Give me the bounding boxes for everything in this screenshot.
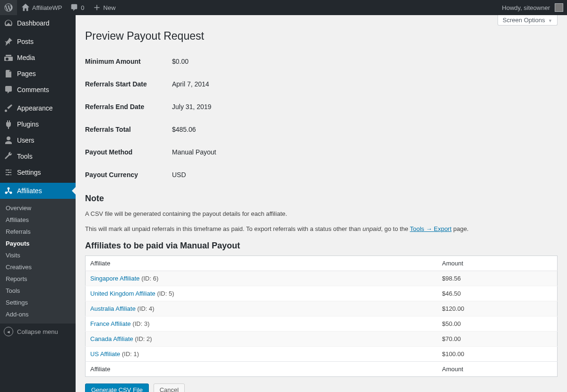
menu-users[interactable]: Users (0, 132, 76, 148)
submenu-addons[interactable]: Add-ons (0, 308, 76, 320)
note-line-1: A CSV file will be generated containing … (85, 209, 558, 219)
affiliate-id: (ID: 4) (136, 305, 155, 312)
amount-cell: $46.50 (438, 286, 558, 301)
collapse-icon: ◂ (4, 327, 13, 336)
affiliates-table: Affiliate Amount Singapore Affiliate (ID… (85, 256, 558, 377)
detail-total: Referrals Total $485.06 (85, 126, 558, 133)
submenu-reports[interactable]: Reports (0, 273, 76, 285)
col-affiliate: Affiliate (86, 256, 438, 271)
submenu-creatives[interactable]: Creatives (0, 261, 76, 273)
comments-icon (4, 85, 13, 94)
dropdown-icon: ▼ (548, 18, 552, 23)
affiliate-id: (ID: 3) (131, 320, 150, 327)
note-line-2: This will mark all unpaid referrals in t… (85, 224, 558, 234)
menu-appearance[interactable]: Appearance (0, 100, 76, 116)
user-icon (4, 136, 13, 145)
menu-comments[interactable]: Comments (0, 82, 76, 98)
affiliate-id: (ID: 5) (155, 290, 174, 297)
affiliate-link[interactable]: Australia Affiliate (90, 305, 136, 312)
submenu-tools[interactable]: Tools (0, 285, 76, 297)
amount-cell: $120.00 (438, 301, 558, 316)
toolbar-account[interactable]: Howdy, siteowner (498, 0, 567, 15)
affiliate-id: (ID: 6) (140, 275, 159, 282)
affiliate-link[interactable]: US Affiliate (90, 350, 120, 358)
plugin-icon (4, 119, 13, 129)
menu-dashboard[interactable]: Dashboard (0, 15, 76, 31)
table-row: Canada Affiliate (ID: 2)$70.00 (86, 332, 558, 347)
amount-cell: $70.00 (438, 332, 558, 347)
table-row: US Affiliate (ID: 1)$100.00 (86, 347, 558, 362)
affiliate-id: (ID: 2) (133, 335, 152, 342)
menu-plugins[interactable]: Plugins (0, 116, 76, 132)
foot-affiliate: Affiliate (86, 362, 438, 377)
foot-amount: Amount (438, 362, 558, 377)
submenu-affiliates[interactable]: Affiliates (0, 214, 76, 226)
admin-toolbar: AffiliateWP 0 New Howdy, siteowner (0, 0, 567, 15)
detail-currency: Payout Currency USD (85, 171, 558, 179)
affiliates-heading: Affiliates to be paid via Manual Payout (85, 241, 558, 251)
affiliate-link[interactable]: France Affiliate (90, 320, 131, 327)
table-row: Singapore Affiliate (ID: 6)$98.56 (86, 271, 558, 286)
col-amount: Amount (438, 256, 558, 271)
submenu-overview[interactable]: Overview (0, 202, 76, 214)
media-icon (4, 53, 13, 62)
menu-settings[interactable]: Settings (0, 164, 76, 180)
wordpress-logo[interactable] (0, 0, 17, 15)
note-heading: Note (85, 194, 558, 204)
toolbar-new[interactable]: New (88, 0, 120, 15)
page-title: Preview Payout Request (85, 26, 558, 50)
page-icon (4, 69, 13, 78)
detail-start-date: Referrals Start Date April 7, 2014 (85, 80, 558, 88)
toolbar-site-name-label: AffiliateWP (32, 4, 62, 11)
content-area: Screen Options ▼ Preview Payout Request … (76, 15, 567, 392)
sliders-icon (4, 168, 13, 177)
comment-icon (69, 3, 79, 12)
home-icon (21, 3, 30, 12)
amount-cell: $100.00 (438, 347, 558, 362)
menu-tools[interactable]: Tools (0, 148, 76, 164)
menu-affiliates[interactable]: Affiliates (0, 183, 76, 199)
amount-cell: $98.56 (438, 271, 558, 286)
affiliate-link[interactable]: Canada Affiliate (90, 335, 133, 342)
affiliate-link[interactable]: United Kingdom Affiliate (90, 290, 155, 297)
detail-method: Payout Method Manual Payout (85, 148, 558, 156)
submenu-referrals[interactable]: Referrals (0, 226, 76, 238)
amount-cell: $50.00 (438, 316, 558, 332)
generate-csv-button[interactable]: Generate CSV File (85, 383, 149, 392)
menu-posts[interactable]: Posts (0, 34, 76, 50)
toolbar-new-label: New (103, 4, 116, 11)
submenu-payouts[interactable]: Payouts (0, 238, 76, 249)
table-row: United Kingdom Affiliate (ID: 5)$46.50 (86, 286, 558, 301)
dashboard-icon (4, 18, 13, 28)
submenu-visits[interactable]: Visits (0, 249, 76, 261)
toolbar-greeting: Howdy, siteowner (502, 4, 550, 11)
plus-icon (92, 3, 102, 12)
screen-options-toggle[interactable]: Screen Options ▼ (498, 15, 558, 26)
menu-media[interactable]: Media (0, 50, 76, 66)
detail-min-amount: Minimum Amount $0.00 (85, 58, 558, 65)
affiliate-link[interactable]: Singapore Affiliate (90, 275, 140, 282)
svg-point-0 (8, 187, 10, 190)
affiliates-icon (4, 186, 13, 196)
wordpress-icon (4, 3, 13, 12)
submenu-settings[interactable]: Settings (0, 297, 76, 308)
detail-end-date: Referrals End Date July 31, 2019 (85, 103, 558, 111)
toolbar-site-name[interactable]: AffiliateWP (17, 0, 66, 15)
table-row: Australia Affiliate (ID: 4)$120.00 (86, 301, 558, 316)
menu-pages[interactable]: Pages (0, 66, 76, 82)
toolbar-comments[interactable]: 0 (66, 0, 88, 15)
avatar (555, 3, 563, 12)
pin-icon (4, 37, 13, 46)
submenu-affiliates: Overview Affiliates Referrals Payouts Vi… (0, 199, 76, 324)
affiliate-id: (ID: 1) (120, 350, 139, 358)
tools-export-link[interactable]: Tools → Export (410, 225, 451, 232)
toolbar-comments-count: 0 (81, 4, 84, 11)
collapse-menu[interactable]: ◂ Collapse menu (0, 324, 76, 340)
cancel-button[interactable]: Cancel (154, 383, 185, 392)
wrench-icon (4, 152, 13, 161)
table-row: France Affiliate (ID: 3)$50.00 (86, 316, 558, 332)
brush-icon (4, 103, 13, 113)
admin-menu: Dashboard Posts Media Pages Comments App… (0, 15, 76, 392)
